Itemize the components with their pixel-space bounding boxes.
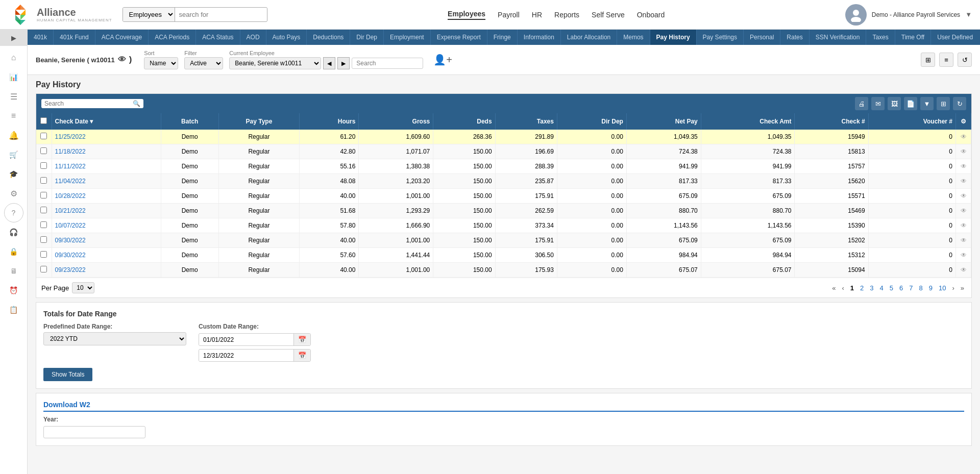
sort-select[interactable]: Name Date xyxy=(144,57,178,69)
sidebar-item-help[interactable]: ? xyxy=(4,203,23,222)
row-checkbox[interactable] xyxy=(36,204,52,218)
tab-aca-status[interactable]: ACA Status xyxy=(196,30,240,45)
sidebar-item-menu[interactable]: ☰ xyxy=(4,87,23,106)
tab-aca-coverage[interactable]: ACA Coverage xyxy=(95,30,149,45)
refresh-button[interactable]: ↻ xyxy=(953,97,966,110)
filter-select[interactable]: Active Inactive All xyxy=(184,57,223,69)
row-checkbox[interactable] xyxy=(36,189,52,204)
page-10[interactable]: 10 xyxy=(937,283,948,293)
tab-expense-report[interactable]: Expense Report xyxy=(431,30,487,45)
nav-onboard[interactable]: Onboard xyxy=(637,11,665,19)
table-search-input[interactable] xyxy=(44,100,131,107)
row-eye-icon[interactable]: 👁 xyxy=(956,248,971,263)
search-input[interactable] xyxy=(175,8,267,21)
prev-page-button[interactable]: ‹ xyxy=(840,283,846,293)
tab-dir-dep[interactable]: Dir Dep xyxy=(350,30,384,45)
tab-employment[interactable]: Employment xyxy=(384,30,431,45)
row-check-date[interactable]: 11/18/2022 xyxy=(52,144,161,159)
sidebar-expand[interactable]: ▶ xyxy=(0,30,27,46)
col-check-date[interactable]: Check Date ▾ xyxy=(52,113,161,130)
row-check-date[interactable]: 09/23/2022 xyxy=(52,263,161,278)
export-button[interactable]: 📄 xyxy=(904,97,917,110)
page-2[interactable]: 2 xyxy=(858,283,866,293)
tab-taxes[interactable]: Taxes xyxy=(866,30,895,45)
tab-aca-periods[interactable]: ACA Periods xyxy=(149,30,196,45)
tab-ssn-verification[interactable]: SSN Verification xyxy=(810,30,867,45)
row-eye-icon[interactable]: 👁 xyxy=(956,144,971,159)
date-from-calendar-button[interactable]: 📅 xyxy=(293,334,310,345)
tab-aod[interactable]: AOD xyxy=(240,30,266,45)
sidebar-item-home[interactable]: ⌂ xyxy=(4,48,23,67)
row-eye-icon[interactable]: 👁 xyxy=(956,189,971,204)
date-to-input[interactable] xyxy=(199,350,293,361)
per-page-select[interactable]: 10 25 50 xyxy=(72,282,94,293)
date-from-input[interactable] xyxy=(199,334,293,345)
list-view-button[interactable]: ≡ xyxy=(939,53,953,67)
tab-pay-settings[interactable]: Pay Settings xyxy=(697,30,744,45)
row-check-date[interactable]: 11/25/2022 xyxy=(52,130,161,144)
row-check-date[interactable]: 10/28/2022 xyxy=(52,189,161,204)
tab-memos[interactable]: Memos xyxy=(617,30,650,45)
add-employee-button[interactable]: 👤+ xyxy=(433,54,452,66)
grid-view-button[interactable]: ⊞ xyxy=(921,53,935,67)
tab-fringe[interactable]: Fringe xyxy=(487,30,518,45)
page-6[interactable]: 6 xyxy=(897,283,905,293)
row-eye-icon[interactable]: 👁 xyxy=(956,218,971,233)
tab-401k-fund[interactable]: 401k Fund xyxy=(54,30,95,45)
sidebar-item-monitor[interactable]: 🖥 xyxy=(4,261,23,281)
row-check-date[interactable]: 11/04/2022 xyxy=(52,174,161,189)
history-button[interactable]: ↺ xyxy=(958,53,972,67)
columns-button[interactable]: ⊞ xyxy=(937,97,950,110)
row-checkbox[interactable] xyxy=(36,130,52,144)
filter-button[interactable]: ▼ xyxy=(920,97,934,110)
row-checkbox[interactable] xyxy=(36,174,52,189)
image-button[interactable]: 🖼 xyxy=(888,97,901,110)
nav-hr[interactable]: HR xyxy=(532,11,542,19)
row-check-date[interactable]: 09/30/2022 xyxy=(52,233,161,248)
year-input[interactable] xyxy=(43,426,145,438)
page-5[interactable]: 5 xyxy=(888,283,895,293)
tab-deductions[interactable]: Deductions xyxy=(307,30,350,45)
row-check-date[interactable]: 09/30/2022 xyxy=(52,248,161,263)
show-totals-button[interactable]: Show Totals xyxy=(43,368,92,381)
sidebar-item-list[interactable]: ≡ xyxy=(4,106,23,126)
tab-time-off[interactable]: Time Off xyxy=(895,30,931,45)
sidebar-item-clipboard[interactable]: 📋 xyxy=(4,300,23,319)
nav-employees[interactable]: Employees xyxy=(448,10,485,20)
employee-search-input[interactable] xyxy=(352,58,423,69)
nav-payroll[interactable]: Payroll xyxy=(498,11,520,19)
sidebar-item-headset[interactable]: 🎧 xyxy=(4,222,23,242)
user-dropdown-icon[interactable]: ▼ xyxy=(965,11,972,18)
sidebar-item-lock[interactable]: 🔒 xyxy=(4,242,23,261)
tab-rates[interactable]: Rates xyxy=(780,30,809,45)
sidebar-item-cart[interactable]: 🛒 xyxy=(4,145,23,164)
row-eye-icon[interactable]: 👁 xyxy=(956,263,971,278)
row-checkbox[interactable] xyxy=(36,233,52,248)
search-type-dropdown[interactable]: Employees Payroll HR xyxy=(123,8,175,21)
tab-labor-allocation[interactable]: Labor Allocation xyxy=(561,30,617,45)
prev-employee-button[interactable]: ◀ xyxy=(323,57,335,69)
nav-reports[interactable]: Reports xyxy=(554,11,579,19)
email-button[interactable]: ✉ xyxy=(871,97,885,110)
page-9[interactable]: 9 xyxy=(927,283,935,293)
sidebar-item-settings[interactable]: ⚙ xyxy=(4,184,23,203)
next-page-button[interactable]: › xyxy=(950,283,956,293)
row-checkbox[interactable] xyxy=(36,144,52,159)
tab-401k[interactable]: 401k xyxy=(28,30,54,45)
page-4[interactable]: 4 xyxy=(878,283,886,293)
row-check-date[interactable]: 10/21/2022 xyxy=(52,204,161,218)
row-eye-icon[interactable]: 👁 xyxy=(956,204,971,218)
page-8[interactable]: 8 xyxy=(917,283,924,293)
nav-selfserve[interactable]: Self Serve xyxy=(592,11,625,19)
tab-user-defined[interactable]: User Defined xyxy=(931,30,979,45)
sidebar-item-clock[interactable]: ⏰ xyxy=(4,281,23,300)
page-3[interactable]: 3 xyxy=(868,283,875,293)
row-eye-icon[interactable]: 👁 xyxy=(956,130,971,144)
select-all-checkbox[interactable] xyxy=(40,117,47,124)
row-checkbox[interactable] xyxy=(36,248,52,263)
sidebar-item-chart[interactable]: 📊 xyxy=(4,67,23,87)
row-eye-icon[interactable]: 👁 xyxy=(956,159,971,174)
date-to-calendar-button[interactable]: 📅 xyxy=(293,350,310,361)
print-button[interactable]: 🖨 xyxy=(855,97,868,110)
row-eye-icon[interactable]: 👁 xyxy=(956,174,971,189)
